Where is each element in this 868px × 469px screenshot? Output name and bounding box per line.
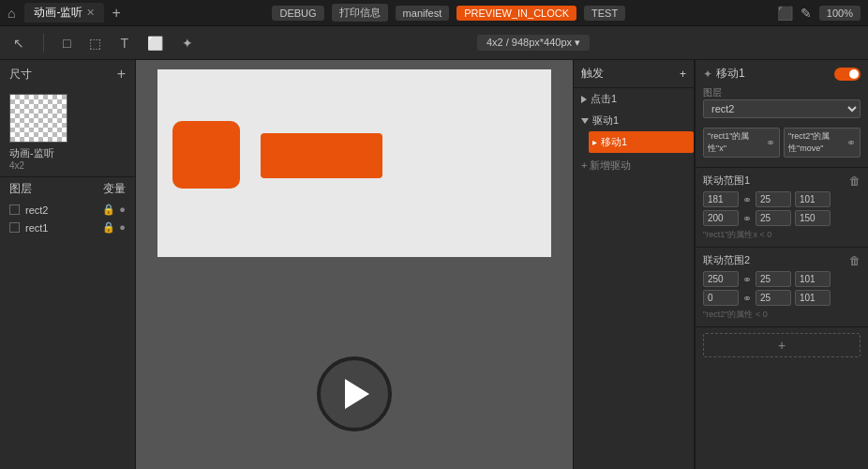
layer-row: 图层 rect2 [703, 85, 861, 124]
event-item-move1[interactable]: ▸ 移动1 [589, 131, 694, 153]
frame1-row1: ⚭ [703, 191, 861, 207]
play-button-area [317, 356, 392, 431]
layer-checkbox-rect1[interactable] [9, 222, 20, 233]
lock-icon-rect2[interactable]: 🔒 [102, 204, 115, 216]
rect-tool[interactable]: □ [59, 34, 74, 53]
size-label: 尺寸 [9, 67, 32, 83]
debug-button[interactable]: DEBUG [272, 6, 323, 21]
event-item-click1[interactable]: 点击1 [574, 88, 694, 110]
link-icon2[interactable]: ⚭ [846, 136, 856, 149]
manifest-button[interactable]: manifest [396, 6, 450, 21]
frame2-val4[interactable] [703, 290, 739, 306]
right-panel: ✦ 移动1 图层 rect2 "rect1"的属性"x" ⚭ "rect2"的属… [695, 60, 868, 469]
rect1-shape[interactable] [172, 121, 240, 189]
layer-select-label: 图层 [703, 87, 722, 98]
layer-icons-rect2: 🔒 ● [102, 204, 126, 216]
event-label-drive1: 驱动1 [592, 113, 619, 128]
component-tool[interactable]: ⬜ [143, 34, 167, 53]
add-drive-label: + 新增驱动 [581, 159, 631, 173]
add-tab-button[interactable]: + [112, 5, 120, 22]
frame1-val1[interactable] [703, 191, 739, 207]
top-bar-center: DEBUG 打印信息 manifest PREVIEW_IN_CLOCK TES… [127, 4, 771, 22]
move-header-section: ✦ 移动1 图层 rect2 "rect1"的属性"x" ⚭ "rect2"的属… [696, 60, 868, 168]
monitor-icon[interactable]: ⬛ [777, 6, 793, 21]
move-label: 移动1 [716, 66, 745, 82]
add-drive-button[interactable]: + 新增驱动 [581, 159, 686, 173]
move-tool[interactable]: ↖ [9, 34, 28, 53]
toolbar: ↖ □ ⬚ T ⬜ ✦ 4x2 / 948px*440px ▾ [0, 26, 868, 60]
play-triangle-icon [345, 379, 369, 409]
canvas-info[interactable]: 4x2 / 948px*440px ▾ [477, 35, 590, 51]
variables-label[interactable]: 变量 [103, 181, 126, 197]
tab-close-icon[interactable]: ✕ [86, 7, 95, 19]
layer-item-rect2[interactable]: rect2 🔒 ● [0, 201, 135, 219]
main: 尺寸 + 动画-监听 4x2 图层 变量 rect2 🔒 ● rect1 🔒 ● [0, 60, 868, 469]
animation-thumbnail[interactable] [9, 94, 67, 143]
home-icon[interactable]: ⌂ [7, 6, 15, 21]
frame1-row2: ⚭ [703, 210, 861, 226]
frame2-val2[interactable] [756, 271, 791, 287]
tab-label: 动画-监听 [34, 5, 82, 21]
layer-icons-rect1: 🔒 ● [102, 221, 126, 234]
frame1-val6[interactable] [795, 210, 831, 226]
add-event-icon[interactable]: + [680, 68, 686, 81]
hint1: "rect1"的属性x < 0 [703, 229, 861, 241]
zoom-button[interactable]: 100% [819, 6, 861, 21]
move-toggle[interactable] [834, 68, 861, 81]
test-button[interactable]: TEST [584, 6, 625, 21]
event-header-label: 触发 [581, 66, 604, 82]
layer-item-rect1[interactable]: rect1 🔒 ● [0, 219, 135, 236]
frame2-val5[interactable] [756, 290, 791, 306]
frame2-val1[interactable] [703, 271, 739, 287]
attr2-label: "rect2"的属性"move" [788, 130, 846, 155]
delete-section1-button[interactable]: 🗑 [849, 174, 861, 188]
text-tool[interactable]: T [116, 34, 132, 53]
left-panel: 尺寸 + 动画-监听 4x2 图层 变量 rect2 🔒 ● rect1 🔒 ● [0, 60, 136, 469]
attr-row1: "rect1"的属性"x" ⚭ "rect2"的属性"move" ⚭ [703, 128, 861, 158]
rect2-shape[interactable] [261, 133, 382, 178]
frame-tool[interactable]: ⬚ [85, 34, 105, 53]
delete-section2-button[interactable]: 🗑 [849, 254, 861, 267]
layers-header: 图层 变量 [0, 176, 135, 201]
active-tab[interactable]: 动画-监听 ✕ [24, 3, 104, 23]
play-button[interactable] [317, 356, 392, 431]
frame2-link1[interactable]: ⚭ [742, 273, 752, 286]
attr1-label: "rect1"的属性"x" [708, 130, 766, 155]
size-header: 尺寸 + [0, 60, 135, 88]
eye-icon-rect2[interactable]: ● [119, 204, 126, 216]
animation-size: 4x2 [9, 160, 126, 171]
frame2-val6[interactable] [795, 290, 831, 306]
attr-box1: "rect1"的属性"x" ⚭ [703, 128, 780, 158]
frame1-val3[interactable] [795, 191, 831, 207]
frame2-val3[interactable] [795, 271, 831, 287]
top-bar-right: ⬛ ✎ 100% [777, 6, 861, 21]
eye-icon-rect1[interactable]: ● [119, 221, 126, 234]
animation-name: 动画-监听 [9, 146, 126, 160]
frame2-row1: ⚭ [703, 271, 861, 287]
frame1-val4[interactable] [703, 210, 739, 226]
add-size-button[interactable]: + [117, 66, 126, 83]
event-item-drive1[interactable]: 驱动1 [574, 110, 694, 131]
event-label-move1: 移动1 [601, 135, 627, 149]
event-item-move1-wrapper: ▸ 移动1 [574, 131, 694, 153]
link-icon1[interactable]: ⚭ [766, 136, 775, 149]
move-header: ✦ 移动1 [703, 66, 861, 82]
frame1-val2[interactable] [756, 191, 791, 207]
extra-tool[interactable]: ✦ [178, 34, 197, 53]
frame1-link1[interactable]: ⚭ [742, 193, 752, 206]
layer-checkbox-rect2[interactable] [9, 204, 20, 215]
thumbnail-area: 动画-监听 4x2 [0, 88, 135, 176]
frame1-link2[interactable]: ⚭ [742, 212, 752, 225]
lock-icon-rect1[interactable]: 🔒 [102, 221, 115, 234]
collapse-icon-click1 [581, 96, 587, 103]
add-section-button[interactable]: + [703, 333, 861, 357]
print-button[interactable]: 打印信息 [332, 4, 388, 22]
frame2-row2: ⚭ [703, 290, 861, 306]
preview-button[interactable]: PREVIEW_IN_CLOCK [456, 6, 576, 21]
layer-select[interactable]: rect2 [703, 99, 861, 118]
frame2-link2[interactable]: ⚭ [742, 292, 752, 305]
expand-icon-drive1 [581, 118, 589, 124]
edit-icon[interactable]: ✎ [801, 6, 812, 21]
event-panel: 触发 + 点击1 驱动1 ▸ 移动1 + 新增驱动 [573, 60, 695, 469]
frame1-val5[interactable] [756, 210, 791, 226]
